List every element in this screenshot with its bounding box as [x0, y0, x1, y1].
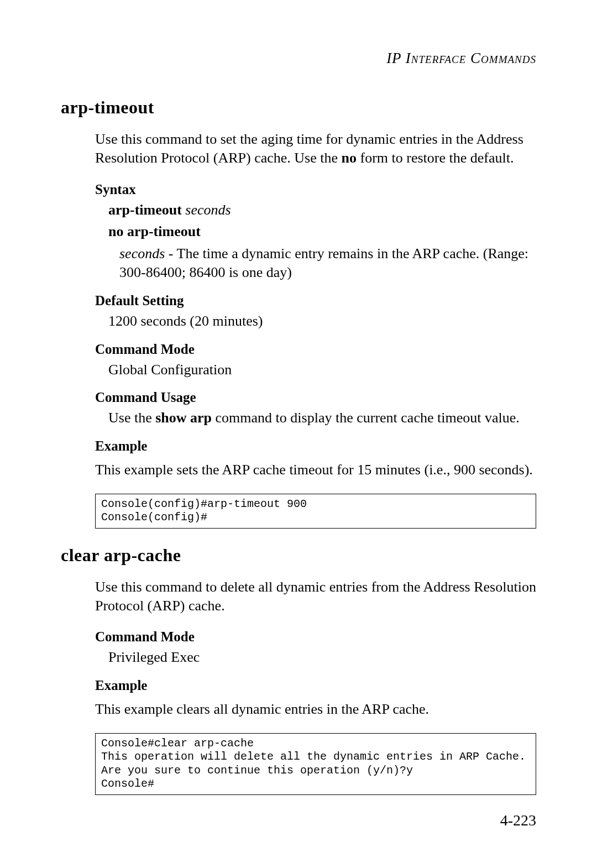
syntax-line-2: no arp-timeout — [108, 222, 536, 241]
param-italic: seconds — [119, 245, 165, 262]
syntax-param: seconds - The time a dynamic entry remai… — [119, 244, 536, 282]
usage-post: command to display the current cache tim… — [212, 410, 520, 426]
section-title-clear-arp-cache: clear arp-cache — [61, 545, 536, 566]
intro-bold-no: no — [342, 150, 357, 166]
code-example-2: Console#clear arp-cache This operation w… — [95, 733, 536, 795]
example-intro-1: This example sets the ARP cache timeout … — [95, 461, 536, 479]
usage-pre: Use the — [108, 410, 155, 426]
param-rest: - The time a dynamic entry remains in th… — [119, 245, 528, 280]
mode-value-2: Privileged Exec — [108, 648, 536, 667]
example-heading-1: Example — [95, 438, 536, 454]
syntax-cmd1-bold: arp-timeout — [108, 202, 182, 218]
usage-bold: show arp — [155, 410, 212, 426]
page-number: 4-223 — [500, 812, 536, 829]
usage-text: Use the show arp command to display the … — [108, 409, 536, 427]
default-heading: Default Setting — [95, 293, 536, 308]
mode-heading-1: Command Mode — [95, 342, 536, 357]
example-intro-2: This example clears all dynamic entries … — [95, 700, 536, 719]
syntax-heading: Syntax — [95, 182, 536, 197]
code-example-1: Console(config)#arp-timeout 900 Console(… — [95, 494, 536, 529]
syntax-line-1: arp-timeout seconds — [108, 201, 536, 219]
usage-heading: Command Usage — [95, 390, 536, 405]
intro-paragraph: Use this command to set the aging time f… — [95, 130, 536, 168]
running-header: IP Interface Commands — [61, 50, 536, 67]
mode-value-1: Global Configuration — [108, 360, 536, 379]
section-title-arp-timeout: arp-timeout — [61, 97, 536, 118]
default-value: 1200 seconds (20 minutes) — [108, 312, 536, 331]
example-heading-2: Example — [95, 678, 536, 693]
document-page: IP Interface Commands arp-timeout Use th… — [0, 0, 597, 868]
mode-heading-2: Command Mode — [95, 629, 536, 645]
intro-paragraph-2: Use this command to delete all dynamic e… — [95, 578, 536, 615]
intro-text-post: form to restore the default. — [357, 150, 514, 166]
syntax-cmd1-italic: seconds — [182, 202, 231, 218]
syntax-cmd2-bold: no arp-timeout — [108, 223, 201, 239]
